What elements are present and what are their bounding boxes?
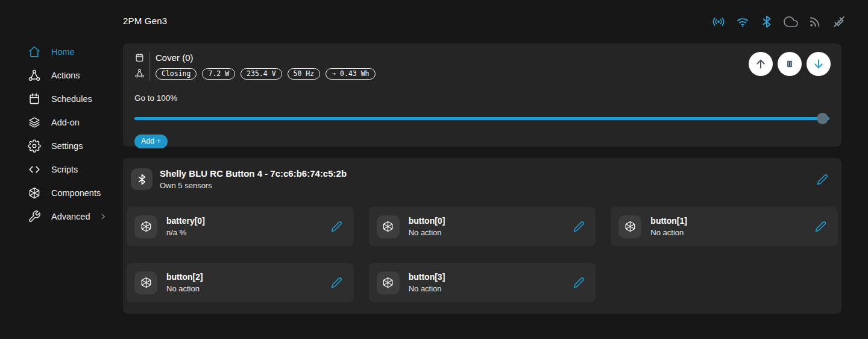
access-point-icon (711, 14, 726, 29)
sensor-texts: battery[0] n/a % (166, 216, 205, 237)
energy-badge: → 0.43 Wh (326, 68, 375, 80)
cube-icon (382, 220, 394, 233)
cover-card-header: Cover (0) Closing 7.2 W 235.4 V 50 Hz → … (134, 52, 829, 81)
cover-close-button[interactable] (807, 52, 831, 76)
component-icon-tile (377, 271, 400, 294)
sensor-grid: battery[0] n/a % button[0] No action (127, 207, 838, 302)
cover-badge-row: Closing 7.2 W 235.4 V 50 Hz → 0.43 Wh (156, 68, 376, 80)
bluetooth-icon (760, 14, 774, 29)
wrench-icon (28, 210, 41, 223)
divider (149, 52, 150, 81)
layers-icon (28, 116, 41, 129)
bluetooth-device-tile (131, 168, 153, 190)
sensor-edit-button[interactable] (814, 220, 828, 234)
sensor-status: n/a % (166, 228, 205, 237)
arrow-down-icon (812, 57, 825, 71)
pause-icon (783, 57, 796, 71)
page-title: 2PM Gen3 (123, 16, 167, 26)
sensor-tile-button-0: button[0] No action (369, 207, 596, 246)
cube-icon (140, 220, 153, 233)
sensor-texts: button[1] No action (650, 216, 687, 237)
status-badge: Closing (156, 68, 197, 80)
pencil-icon (331, 221, 342, 232)
sensor-edit-button[interactable] (571, 276, 586, 290)
schedule-indicator-icon (134, 52, 145, 63)
blu-device-header: Shelly BLU RC Button 4 - 7c:c6:b6:74:c5:… (127, 168, 838, 190)
sensor-name: button[1] (650, 216, 687, 226)
cube-icon (140, 276, 153, 289)
cover-info: Cover (0) Closing 7.2 W 235.4 V 50 Hz → … (156, 52, 376, 80)
sensor-status: No action (409, 228, 445, 237)
main-content: Cover (0) Closing 7.2 W 235.4 V 50 Hz → … (123, 43, 841, 314)
sidebar-item-home[interactable]: Home (0, 40, 116, 63)
blu-device-edit-button[interactable] (815, 172, 829, 186)
add-button[interactable]: Add + (134, 135, 168, 148)
sensor-tile-button-2: button[2] No action (127, 263, 354, 302)
slider-track[interactable] (134, 117, 829, 120)
home-icon (28, 45, 41, 59)
cube-icon (624, 220, 637, 233)
sensor-edit-button[interactable] (571, 220, 586, 234)
sidebar-item-label: Scripts (51, 165, 78, 174)
actions-indicator-icon (134, 68, 145, 78)
chevron-right-icon (98, 212, 108, 221)
calendar-icon (28, 92, 41, 106)
cover-stop-button[interactable] (778, 52, 802, 76)
go-to-position-label: Go to 100% (134, 93, 829, 103)
sensor-name: battery[0] (166, 216, 205, 226)
component-icon-tile (134, 271, 157, 294)
sidebar-item-label: Add-on (51, 118, 80, 127)
sidebar-item-actions[interactable]: Actions (0, 63, 116, 87)
sensor-edit-button[interactable] (330, 220, 344, 234)
sensor-tile-battery-0: battery[0] n/a % (127, 207, 354, 246)
position-slider[interactable] (134, 112, 829, 124)
sensor-name: button[2] (166, 272, 203, 282)
voltage-badge: 235.4 V (241, 68, 281, 80)
cover-title: Cover (0) (156, 52, 376, 63)
sidebar-item-addon[interactable]: Add-on (0, 110, 116, 134)
component-icon-tile (377, 215, 400, 238)
sensor-status: No action (409, 284, 445, 293)
blu-device-texts: Shelly BLU RC Button 4 - 7c:c6:b6:74:c5:… (160, 168, 347, 190)
sidebar-item-label: Settings (51, 141, 83, 151)
sidebar-item-label: Advanced (51, 212, 90, 221)
code-icon (28, 163, 41, 176)
actions-icon (28, 69, 41, 82)
pencil-icon (815, 221, 826, 232)
status-icon-bar (711, 14, 846, 29)
pencil-icon (331, 277, 342, 288)
pencil-icon (817, 174, 828, 185)
cube-icon (382, 276, 394, 289)
frequency-badge: 50 Hz (288, 68, 321, 80)
slider-thumb[interactable] (817, 113, 828, 124)
component-icon-tile (618, 215, 641, 238)
pencil-icon (573, 277, 585, 288)
sidebar-item-label: Actions (51, 71, 80, 80)
sensor-status: No action (650, 228, 687, 237)
mqtt-icon (808, 14, 822, 29)
sidebar-item-label: Schedules (51, 94, 92, 104)
cloud-icon (784, 14, 798, 29)
sidebar-item-schedules[interactable]: Schedules (0, 87, 116, 110)
bluetooth-icon (136, 173, 148, 186)
sensor-name: button[0] (409, 216, 445, 226)
sidebar-item-label: Components (51, 188, 101, 198)
gear-icon (28, 139, 41, 153)
sensor-edit-button[interactable] (330, 276, 344, 290)
sensor-status: No action (166, 284, 203, 293)
cube-icon (28, 186, 41, 200)
cover-open-button[interactable] (749, 52, 773, 76)
sensor-tile-button-1: button[1] No action (611, 207, 838, 246)
sidebar: Home Actions Schedules Add-on Settings S… (0, 40, 116, 228)
blu-device-card: Shelly BLU RC Button 4 - 7c:c6:b6:74:c5:… (123, 158, 841, 314)
cover-card: Cover (0) Closing 7.2 W 235.4 V 50 Hz → … (123, 43, 841, 147)
sidebar-item-components[interactable]: Components (0, 181, 116, 204)
sidebar-item-advanced[interactable]: Advanced (0, 204, 116, 228)
wifi-icon (735, 14, 750, 29)
sidebar-item-settings[interactable]: Settings (0, 134, 116, 157)
sensor-texts: button[3] No action (409, 272, 445, 293)
blu-device-title: Shelly BLU RC Button 4 - 7c:c6:b6:74:c5:… (160, 168, 347, 179)
sidebar-item-scripts[interactable]: Scripts (0, 157, 116, 181)
power-badge: 7.2 W (202, 68, 235, 80)
outbound-websocket-icon (832, 14, 846, 29)
